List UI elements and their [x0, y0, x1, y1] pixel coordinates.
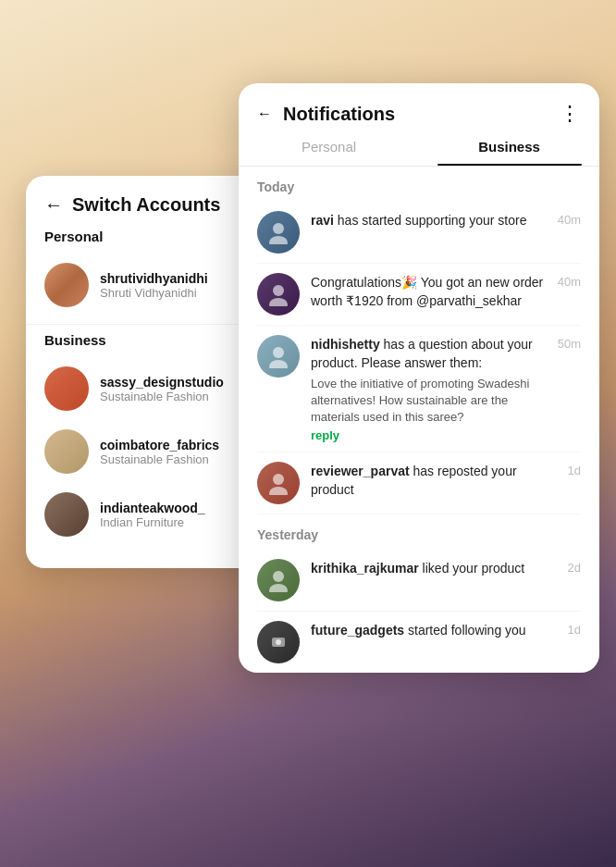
personal-section-label: Personal — [26, 229, 271, 254]
ravi-notif-text: ravi has started supporting your store — [311, 213, 526, 228]
gadgets-notif-text: future_gadgets started following you — [311, 623, 526, 638]
parvathi-notif-text: Congratulations🎉 You got an new order wo… — [311, 275, 543, 308]
parvathi-notif-time: 40m — [558, 273, 581, 289]
switch-card-header: ← Switch Accounts — [26, 194, 271, 229]
sassy-username: sassy_designstudio — [100, 375, 224, 390]
notif-item-ravi: ravi has started supporting your store 4… — [257, 202, 581, 264]
accounts-divider — [26, 324, 271, 325]
coimbatore-account-info: coimbatore_fabrics Sustainable Fashion — [100, 438, 219, 466]
personal-display-name: Shruti Vidhyanidhi — [100, 286, 208, 300]
notif-item-krithika: krithika_rajkumar liked your product 2d — [257, 550, 581, 612]
svg-point-0 — [273, 223, 284, 234]
krithika-notif-time: 2d — [568, 559, 581, 575]
svg-point-6 — [273, 474, 284, 485]
coimbatore-username: coimbatore_fabrics — [100, 438, 219, 452]
personal-account-item[interactable]: shrutividhyanidhi Shruti Vidhyanidhi — [26, 254, 271, 316]
notif-content: Today ravi has started supporting your s… — [239, 167, 599, 673]
business-account-teak[interactable]: indianteakwood_ Indian Furniture — [26, 483, 271, 546]
notif-item-gadgets: future_gadgets started following you 1d — [257, 612, 581, 673]
ravi-notif-time: 40m — [558, 211, 581, 227]
svg-point-11 — [276, 639, 281, 645]
teak-avatar — [44, 492, 89, 537]
svg-point-8 — [273, 571, 284, 582]
parvathi-avatar — [257, 273, 300, 316]
business-section-label: Business — [26, 332, 271, 357]
reviewer-notif-body: reviewer_parvat has reposted your produc… — [311, 462, 557, 500]
personal-account-info: shrutividhyanidhi Shruti Vidhyanidhi — [100, 271, 208, 300]
notif-title: Notifications — [283, 104, 395, 125]
sassy-avatar — [44, 366, 89, 411]
personal-username: shrutividhyanidhi — [100, 271, 208, 286]
nidhi-notif-text: nidhishetty has a question about your pr… — [311, 337, 533, 370]
tab-personal[interactable]: Personal — [239, 139, 419, 166]
notif-back-arrow[interactable]: ← — [257, 105, 272, 122]
nidhi-notif-time: 50m — [558, 335, 581, 351]
notifications-card: ← Notifications ⋮ Personal Business Toda… — [239, 83, 599, 673]
notif-more-button[interactable]: ⋮ — [560, 102, 581, 126]
business-account-sassy[interactable]: sassy_designstudio Sustainable Fashion — [26, 357, 271, 420]
tab-business[interactable]: Business — [419, 139, 599, 166]
svg-point-9 — [269, 584, 288, 592]
coimbatore-sub: Sustainable Fashion — [100, 452, 219, 466]
teak-username: indianteakwood_ — [100, 501, 205, 515]
today-label: Today — [257, 167, 581, 202]
svg-point-4 — [273, 347, 284, 358]
ravi-avatar — [257, 211, 300, 254]
nidhi-sub-text: Love the initiative of promoting Swadesh… — [311, 376, 547, 427]
personal-avatar — [44, 263, 89, 307]
notif-tabs: Personal Business — [239, 126, 599, 167]
svg-point-3 — [269, 298, 288, 306]
svg-point-7 — [269, 487, 288, 495]
parvathi-notif-body: Congratulations🎉 You got an new order wo… — [311, 273, 547, 311]
coimbatore-avatar — [44, 429, 89, 474]
notif-item-nidhi: nidhishetty has a question about your pr… — [257, 326, 581, 452]
krithika-notif-text: krithika_rajkumar liked your product — [311, 561, 524, 576]
krithika-avatar — [257, 559, 300, 601]
yesterday-label: Yesterday — [257, 514, 581, 550]
notif-header-left: ← Notifications — [257, 104, 395, 125]
sassy-sub: Sustainable Fashion — [100, 390, 224, 403]
teak-account-info: indianteakwood_ Indian Furniture — [100, 501, 205, 529]
notif-item-parvathi: Congratulations🎉 You got an new order wo… — [257, 264, 581, 326]
sassy-account-info: sassy_designstudio Sustainable Fashion — [100, 375, 224, 403]
teak-sub: Indian Furniture — [100, 515, 205, 529]
gadgets-notif-time: 1d — [568, 621, 581, 637]
ravi-notif-body: ravi has started supporting your store — [311, 211, 547, 229]
gadgets-notif-body: future_gadgets started following you — [311, 621, 557, 639]
reviewer-notif-time: 1d — [568, 462, 581, 477]
nidhi-avatar — [257, 335, 300, 378]
notif-header: ← Notifications ⋮ — [239, 83, 599, 126]
reviewer-avatar — [257, 462, 300, 504]
business-account-coimbatore[interactable]: coimbatore_fabrics Sustainable Fashion — [26, 420, 271, 483]
krithika-notif-body: krithika_rajkumar liked your product — [311, 559, 557, 577]
switch-accounts-card: ← Switch Accounts Personal shrutividhyan… — [26, 176, 271, 568]
nidhi-notif-body: nidhishetty has a question about your pr… — [311, 335, 547, 442]
svg-point-1 — [269, 236, 288, 244]
svg-point-5 — [269, 360, 288, 368]
svg-point-2 — [273, 285, 284, 296]
reviewer-notif-text: reviewer_parvat has reposted your produc… — [311, 464, 517, 497]
switch-card-title: Switch Accounts — [72, 194, 220, 216]
gadgets-avatar — [257, 621, 300, 663]
switch-back-arrow[interactable]: ← — [44, 194, 63, 216]
nidhi-reply-button[interactable]: reply — [311, 428, 547, 442]
notif-item-reviewer: reviewer_parvat has reposted your produc… — [257, 452, 581, 514]
